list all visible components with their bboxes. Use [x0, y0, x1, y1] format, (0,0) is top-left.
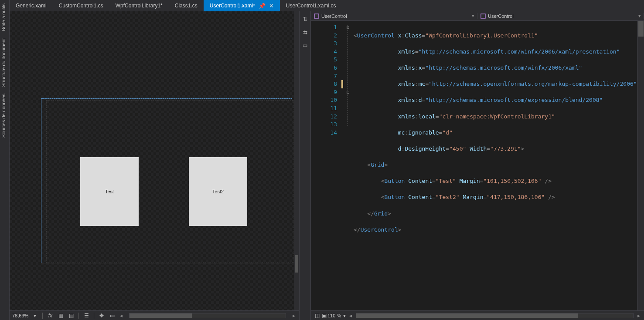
line-number: 4: [311, 48, 337, 56]
editor-status-bar: ◫ ▣ 110 % ▾ ◂ ▸: [311, 310, 644, 320]
surface-bottom-edge: [41, 263, 292, 263]
tab-label: CustomControl1.cs: [59, 3, 103, 9]
usercontrol-icon: [313, 13, 320, 19]
separator: [94, 313, 94, 319]
design-button-test[interactable]: Test: [80, 157, 139, 226]
main-area: Generic.xaml CustomControl1.cs WpfContro…: [10, 0, 644, 320]
code-nav-type-dropdown[interactable]: UserControl ▾: [311, 13, 477, 19]
tab-usercontrol1-xaml[interactable]: UserControl1.xaml* 📌 ✕: [204, 0, 280, 11]
designer-horizontal-scrollbar[interactable]: [129, 313, 286, 318]
scroll-left-icon[interactable]: ◂: [119, 313, 124, 319]
design-canvas[interactable]: Test Test2: [10, 11, 299, 310]
editor-split: Test Test2 78,63% ▾ fx ▦ ▤ ☰ ✥ ▭ ◂: [10, 11, 644, 320]
split-window-icon[interactable]: ◫: [313, 312, 320, 319]
tab-wpfcontrollibrary1[interactable]: WpfControlLibrary1*: [109, 0, 169, 11]
expand-icon[interactable]: ▣: [320, 312, 327, 319]
collapse-pane-icon[interactable]: ▭: [302, 42, 309, 49]
tab-customcontrol1-cs[interactable]: CustomControl1.cs: [53, 0, 109, 11]
fold-toggle-icon[interactable]: ⊟: [344, 88, 352, 97]
scroll-right-icon[interactable]: ▸: [636, 313, 641, 319]
snapline-icon[interactable]: ☰: [82, 312, 90, 319]
line-number: 14: [311, 129, 337, 137]
horizontal-split-icon[interactable]: ⇆: [302, 29, 309, 36]
separator: [42, 313, 43, 319]
usercontrol-icon: [480, 13, 486, 19]
tab-class1-cs[interactable]: Class1.cs: [169, 0, 204, 11]
code-navigation-bar: UserControl ▾ UserControl ▾: [311, 11, 644, 21]
modified-line-indicator: [341, 80, 343, 88]
editor-horizontal-scrollbar[interactable]: [356, 313, 634, 318]
scroll-left-icon[interactable]: ◂: [348, 313, 353, 319]
document-structure-tab[interactable]: Structure du document: [0, 37, 9, 88]
line-number: 12: [311, 113, 337, 121]
selection-ruler-horizontal: [41, 98, 292, 99]
line-number-gutter: 1 2 3 4 5 6 7 8 9 10 11 12 13 14: [311, 21, 341, 310]
dropdown-label: UserControl: [488, 13, 514, 19]
line-number: 1: [311, 24, 337, 32]
editor-zoom-value[interactable]: 110 %: [327, 313, 341, 318]
data-sources-tab[interactable]: Sources de données: [0, 92, 9, 139]
editor-vertical-scrollbar[interactable]: [637, 21, 644, 310]
toolbox-tab[interactable]: Boîte à outils: [0, 2, 9, 33]
line-number: 11: [311, 104, 337, 113]
code-editor[interactable]: 1 2 3 4 5 6 7 8 9 10 11 12 13 14: [311, 21, 644, 310]
tab-label: WpfControlLibrary1*: [116, 3, 163, 9]
fold-toggle-icon[interactable]: ⊟: [344, 24, 352, 32]
selection-ruler-vertical: [41, 98, 42, 263]
tab-label: UserControl1.xaml*: [210, 3, 255, 9]
split-toolbar: ⇅ ⇆ ▭: [300, 11, 311, 320]
line-number: 9: [311, 88, 337, 97]
document-tab-strip: Generic.xaml CustomControl1.cs WpfContro…: [10, 0, 644, 11]
svg-rect-0: [314, 14, 319, 18]
device-icon[interactable]: ▭: [108, 312, 116, 319]
line-number: 5: [311, 56, 337, 64]
fold-guide-line: [348, 25, 348, 126]
line-number: 3: [311, 40, 337, 48]
collapsed-left-sidebars: Boîte à outils Structure du document Sou…: [0, 0, 10, 320]
tab-usercontrol1-xaml-cs[interactable]: UserControl1.xaml.cs: [280, 0, 342, 11]
pin-icon[interactable]: 📌: [259, 3, 266, 9]
scroll-right-icon[interactable]: ▸: [291, 313, 296, 319]
designer-pane: Test Test2 78,63% ▾ fx ▦ ▤ ☰ ✥ ▭ ◂: [10, 11, 300, 320]
designer-status-bar: 78,63% ▾ fx ▦ ▤ ☰ ✥ ▭ ◂ ▸: [10, 310, 299, 320]
button-content: Test: [105, 189, 114, 194]
code-nav-member-dropdown[interactable]: UserControl ▾: [477, 13, 644, 19]
svg-rect-1: [481, 14, 485, 18]
fx-icon[interactable]: fx: [46, 312, 54, 319]
chevron-down-icon[interactable]: ▾: [638, 13, 641, 19]
chevron-down-icon[interactable]: ▾: [341, 312, 348, 319]
chevron-down-icon[interactable]: ▾: [472, 13, 474, 19]
code-text[interactable]: <UserControl x:Class="WpfControlLibrary1…: [352, 21, 637, 310]
line-number: 13: [311, 121, 337, 129]
line-number: 10: [311, 96, 337, 104]
line-number: 2: [311, 32, 337, 40]
design-button-test2[interactable]: Test2: [189, 157, 247, 226]
separator: [78, 313, 79, 319]
line-number: 6: [311, 64, 337, 72]
fold-gutter: ⊟ ⊟: [344, 21, 352, 310]
snap-icon[interactable]: ▤: [67, 312, 75, 319]
tab-generic-xaml[interactable]: Generic.xaml: [10, 0, 53, 11]
swap-panes-icon[interactable]: ⇅: [302, 16, 309, 23]
tab-label: Class1.cs: [175, 3, 198, 9]
designer-vertical-scrollbar[interactable]: [294, 11, 299, 310]
tab-label: Generic.xaml: [16, 3, 47, 9]
move-icon[interactable]: ✥: [98, 312, 106, 319]
usercontrol-surface[interactable]: Test Test2: [47, 101, 293, 263]
grid-icon[interactable]: ▦: [57, 312, 65, 319]
line-number: 7: [311, 72, 337, 81]
button-content: Test2: [212, 189, 224, 194]
dropdown-label: UserControl: [321, 13, 347, 19]
line-number: 8: [311, 80, 337, 88]
chevron-down-icon[interactable]: ▾: [31, 312, 39, 319]
tab-label: UserControl1.xaml.cs: [286, 3, 336, 9]
code-pane: UserControl ▾ UserControl ▾ 1 2 3 4 5 6: [311, 11, 644, 320]
close-icon[interactable]: ✕: [269, 3, 274, 9]
designer-zoom-value[interactable]: 78,63%: [12, 313, 28, 318]
